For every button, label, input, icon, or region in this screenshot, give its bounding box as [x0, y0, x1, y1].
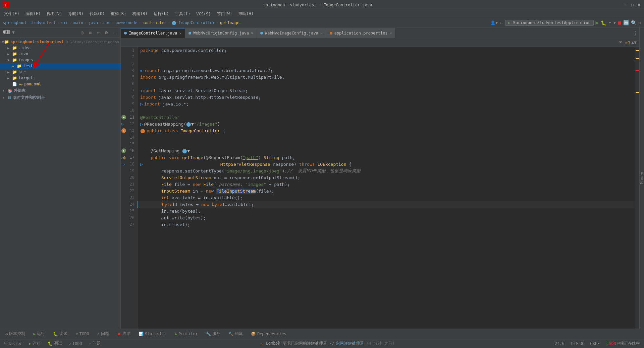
tab-application-properties[interactable]: application.properties ✕: [326, 28, 396, 38]
breadcrumb-src[interactable]: src: [61, 20, 68, 25]
coverage-button[interactable]: ☂: [608, 20, 611, 25]
sidebar-locate-icon[interactable]: ◎: [79, 29, 86, 36]
btn-profiler[interactable]: ▶ Profiler: [172, 331, 201, 337]
menu-window[interactable]: 窗口(W): [214, 10, 235, 17]
tab-webmvcimage[interactable]: WebMvcImageConfig.java ✕: [257, 28, 326, 38]
btn-build[interactable]: 🔨 构建: [226, 330, 246, 337]
close-button[interactable]: ✕: [637, 3, 641, 7]
menu-tools[interactable]: 工具(T): [172, 10, 193, 17]
maximize-button[interactable]: □: [630, 3, 635, 7]
btn-dependencies[interactable]: 📦 Dependencies: [248, 331, 289, 337]
line-23: 23: [121, 194, 137, 201]
sidebar-expand-icon[interactable]: ≡: [87, 29, 94, 36]
tab-close-webmvcimage[interactable]: ✕: [320, 31, 323, 35]
btn-debug[interactable]: 🐛 调试: [50, 330, 70, 337]
maven-panel[interactable]: Maven: [639, 27, 644, 329]
search-button[interactable]: 🔍: [631, 20, 637, 25]
tree-arrow-idea: ▶: [7, 46, 12, 50]
btn-todo[interactable]: ☑ TODO: [73, 331, 92, 337]
breadcrumb-java[interactable]: java: [88, 20, 98, 25]
run-gutter-icon-13[interactable]: ▷: [121, 128, 126, 133]
menu-build[interactable]: 构建(B): [129, 10, 150, 17]
chevron-down-icon[interactable]: ▼: [634, 40, 637, 45]
status-debug-short[interactable]: 🐛 调试: [46, 339, 63, 348]
notification-area[interactable]: ⚠ Lombok 要求已启用的注解处理器 // 启用注解处理器 (4 分钟 之前…: [259, 339, 396, 348]
translate-button[interactable]: 🔤: [623, 20, 629, 25]
run-gutter-icon-11[interactable]: ▶: [121, 115, 126, 120]
btn-statistic[interactable]: 📊 Statistic: [136, 331, 169, 337]
tab-more-button[interactable]: ⋮: [631, 28, 639, 38]
btn-terminate[interactable]: ⏹ 终结: [114, 330, 133, 337]
code-content[interactable]: package com.powernode.controller; ▷ impo…: [138, 47, 635, 329]
status-run[interactable]: ▶ 运行: [28, 339, 42, 348]
tab-imagecontroller[interactable]: ImageController.java ✕: [121, 28, 185, 38]
chevron-up-icon[interactable]: ▲: [631, 40, 634, 45]
tree-external-libs[interactable]: ▶ 📚 外部库: [0, 87, 120, 94]
tree-images[interactable]: ▼ 📁 images: [0, 57, 120, 63]
tree-root[interactable]: ▼ 📁 springboot-studyortest D:\Study\Code…: [0, 39, 120, 45]
run-gutter-icon-16[interactable]: ▶: [121, 148, 126, 153]
breadcrumb-powernode[interactable]: powernode: [115, 20, 137, 25]
tab-close-application-properties[interactable]: ✕: [389, 31, 392, 35]
tab-close-imagecontroller[interactable]: ✕: [179, 31, 182, 36]
fold-icon-12[interactable]: ▷: [121, 122, 124, 126]
breadcrumb-controller[interactable]: controller: [143, 20, 167, 25]
debug-button[interactable]: 🐛: [601, 20, 606, 25]
status-encoding[interactable]: UTF-8: [570, 339, 585, 348]
status-version-control[interactable]: ⑂ master: [3, 339, 23, 348]
status-todo-short[interactable]: ☑ TODO: [67, 339, 84, 348]
more-run-options[interactable]: ▼: [613, 20, 616, 25]
btn-services[interactable]: 🔧 服务: [203, 330, 223, 337]
notification-text: Lombok 要求已启用的注解处理器 //: [266, 341, 334, 346]
tree-src[interactable]: ▶ 📁 src: [0, 69, 120, 75]
btn-version-control[interactable]: ⚙ 版本控制: [3, 330, 28, 337]
code-line-13: ⬤ public class ImageController {: [138, 127, 635, 134]
tree-idea[interactable]: ▶ 📁 .idea: [0, 45, 120, 51]
line-22: 22: [121, 188, 137, 194]
tab-close-webmvcorigin[interactable]: ✕: [251, 31, 253, 35]
menu-edit[interactable]: 编辑(E): [23, 10, 44, 17]
run-button[interactable]: ▶: [596, 19, 599, 26]
breadcrumb-com[interactable]: com: [103, 20, 110, 25]
sidebar-hide-icon[interactable]: —: [111, 29, 118, 36]
menu-help[interactable]: 帮助(H): [235, 10, 256, 17]
code-line-9: ▷ import java.io.*;: [138, 100, 635, 107]
menu-file[interactable]: 文件(F): [1, 10, 22, 17]
breadcrumb-main[interactable]: main: [73, 20, 83, 25]
btn-run[interactable]: ▶ 运行: [31, 330, 48, 337]
menu-navigate[interactable]: 导航(N): [65, 10, 86, 17]
stop-button[interactable]: ■: [618, 19, 621, 26]
nav-back-icon[interactable]: ⟵: [500, 19, 503, 26]
sidebar-dropdown[interactable]: ▼: [12, 30, 15, 35]
breadcrumb-class[interactable]: ⬤ ImageController: [172, 20, 215, 25]
status-cursor-pos[interactable]: 24:6: [553, 339, 566, 348]
line-26: 26: [121, 214, 137, 221]
breadcrumb-project[interactable]: springboot-studyortest: [3, 20, 56, 25]
menu-refactor[interactable]: 重构(R): [108, 10, 129, 17]
tree-src-label: src: [18, 70, 26, 74]
settings-button[interactable]: ⚙: [639, 20, 641, 25]
run-config-selector[interactable]: ▶ SpringbootStudyortestApplication: [505, 20, 594, 26]
breadcrumb-method[interactable]: getImage: [220, 20, 239, 25]
sidebar-collapse-icon[interactable]: ⇔: [95, 29, 102, 36]
menu-run[interactable]: 运行(U): [151, 10, 172, 17]
fold-icon-18[interactable]: ▷: [123, 162, 125, 166]
tree-temp[interactable]: ▶ 🖥 临时文件和控制台: [0, 94, 120, 101]
sidebar-settings-icon[interactable]: ⚙: [103, 29, 110, 36]
tab-webmvcorigin[interactable]: WebMvcOriginConfig.java ✕: [185, 28, 257, 38]
tree-target[interactable]: ▶ 📁 target: [0, 75, 120, 81]
menu-view[interactable]: 视图(V): [44, 10, 65, 17]
minimize-button[interactable]: —: [623, 3, 628, 7]
tree-pom[interactable]: ▶ 📄 𝓶 pom.xml: [0, 81, 120, 87]
tree-test[interactable]: ▶ 📁 test: [0, 63, 120, 69]
status-problems[interactable]: ⚠ 问题: [88, 339, 102, 348]
btn-problems[interactable]: ⚠ 问题: [95, 330, 112, 337]
status-csdn[interactable]: CSDN @现正在线中: [605, 339, 641, 348]
notification-link[interactable]: 启用注解处理器: [336, 341, 364, 346]
status-line-ending[interactable]: CRLF: [589, 339, 601, 348]
folder-idea-icon: 📁: [12, 46, 17, 50]
tree-mvn[interactable]: ▶ 📁 .mvn: [0, 51, 120, 57]
menu-vcs[interactable]: VCS(S): [194, 11, 213, 17]
nav-profile-icon[interactable]: 👤▼: [490, 20, 498, 25]
menu-code[interactable]: 代码(O): [87, 10, 108, 17]
